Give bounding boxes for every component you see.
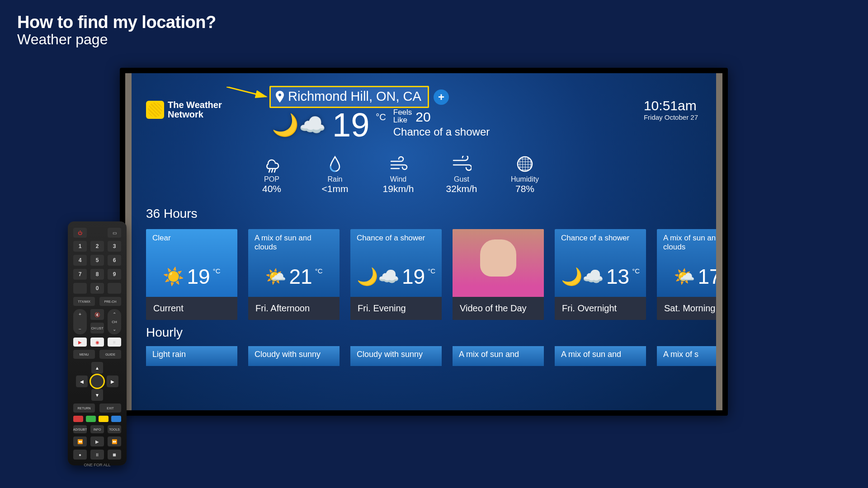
metric-humidity: Humidity78% — [502, 155, 547, 194]
page-subtitle: Weather page — [17, 31, 216, 48]
hourly-card[interactable]: A mix of sun and — [555, 346, 646, 366]
mute-button[interactable]: 🔇 — [90, 309, 104, 320]
hourly-card[interactable]: Cloudy with sunny — [350, 346, 442, 366]
card-label: Fri. Afternoon — [248, 297, 340, 320]
forecast-card[interactable]: Video of the Day — [453, 229, 544, 320]
plus-icon: + — [438, 91, 444, 103]
page-title: How to find my location? — [17, 13, 216, 32]
color-button-b[interactable] — [86, 416, 96, 422]
clock-date: Friday October 27 — [644, 113, 698, 121]
card-temp-unit: °C — [428, 267, 435, 275]
dpad-up[interactable]: ▲ — [91, 362, 103, 374]
pause-button[interactable]: ⏸ — [90, 450, 104, 460]
metric-gust: Gust32km/h — [439, 155, 484, 194]
num-3-button[interactable]: 3 — [108, 241, 121, 252]
num-2-button[interactable]: 2 — [90, 241, 104, 252]
card-temp: 19 — [402, 264, 425, 289]
num-7-button[interactable]: 7 — [73, 269, 87, 280]
dpad-left[interactable]: ◀ — [76, 375, 88, 387]
num-5-button[interactable]: 5 — [90, 255, 104, 266]
card-label: Sat. Morning — [657, 297, 716, 320]
location-button[interactable]: Richmond Hill, ON, CA — [269, 86, 429, 108]
card-description: Chance of a shower — [561, 234, 640, 253]
app3-button[interactable]: ≡ — [108, 338, 121, 347]
guide-button[interactable]: GUIDE — [99, 350, 121, 359]
tv-frame: The Weather Network 10:51am Friday Octob… — [120, 68, 728, 416]
rewind-button[interactable]: ⏪ — [73, 436, 87, 446]
dpad-right[interactable]: ▶ — [107, 375, 118, 387]
svg-line-1 — [269, 169, 270, 172]
play-button[interactable]: ▶ — [90, 436, 104, 446]
forecast-card[interactable]: A mix of sun and clouds🌤️21°CFri. Aftern… — [248, 229, 340, 320]
card-label: Current — [146, 297, 237, 320]
hourly-card[interactable]: A mix of s — [657, 346, 716, 366]
power-button[interactable]: ⏻ — [73, 228, 87, 238]
weather-icon: 🌤️ — [674, 267, 695, 286]
section-title-36h: 36 Hours — [146, 206, 716, 221]
return-button[interactable]: RETURN — [73, 404, 95, 413]
num-1-button[interactable]: 1 — [73, 241, 87, 252]
num-6-button[interactable]: 6 — [108, 255, 121, 266]
menu-button[interactable]: MENU — [73, 350, 95, 359]
stop-button[interactable]: ⏹ — [108, 450, 121, 460]
info-button[interactable]: INFO — [90, 425, 104, 433]
num-9-button[interactable]: 9 — [108, 269, 121, 280]
app2-button[interactable]: ◉ — [90, 338, 104, 347]
forecast-cards-row[interactable]: Clear☀️19°CCurrentA mix of sun and cloud… — [146, 229, 716, 320]
metric-wind: Wind19km/h — [376, 155, 421, 194]
brand-line1: The Weather — [168, 100, 222, 110]
dpad-ok[interactable] — [90, 374, 105, 389]
ttxmix-button[interactable]: TTX/MIX — [73, 297, 95, 306]
hourly-card[interactable]: A mix of sun and — [453, 346, 544, 366]
color-button-d[interactable] — [111, 416, 121, 422]
color-button-a[interactable] — [73, 416, 83, 422]
input-button[interactable]: ▭ — [108, 228, 121, 238]
forecast-card[interactable]: A mix of sun and clouds🌤️17°CSat. Mornin… — [657, 229, 716, 320]
map-pin-icon — [275, 91, 284, 103]
forecast-card[interactable]: Chance of a shower🌙☁️13°CFri. Overnight — [555, 229, 646, 320]
tv-bezel-right — [716, 73, 722, 410]
app1-button[interactable]: ▶ — [73, 338, 87, 347]
feels-like: Feels Like 20 — [393, 108, 490, 124]
gust-icon — [439, 155, 484, 174]
hourly-cards-row[interactable]: Light rainCloudy with sunnyCloudy with s… — [146, 346, 716, 366]
metric-pop: POP40% — [249, 155, 294, 194]
svg-line-0 — [226, 87, 266, 97]
prech-button[interactable]: PRE-CH — [99, 297, 121, 306]
metric-label: Humidity — [502, 175, 547, 183]
card-description: Chance of a shower — [357, 234, 435, 253]
current-temp: 19 — [332, 108, 369, 142]
chlist-button[interactable]: CH LIST — [90, 323, 104, 333]
card-temp-unit: °C — [213, 267, 221, 275]
weather-icon: 🌤️ — [265, 267, 286, 286]
record-button[interactable]: ● — [73, 450, 87, 460]
ffwd-button[interactable]: ⏩ — [108, 436, 121, 446]
color-button-c[interactable] — [99, 416, 108, 422]
exit-button[interactable]: EXIT — [99, 404, 121, 413]
metric-value: 78% — [502, 183, 547, 194]
num-4-button[interactable]: 4 — [73, 255, 87, 266]
channel-rocker[interactable]: ⌃CH⌄ — [108, 309, 121, 334]
card-temp-unit: °C — [315, 267, 323, 275]
volume-rocker[interactable]: +− — [73, 309, 87, 334]
hourly-card[interactable]: Cloudy with sunny — [248, 346, 340, 366]
tools-button[interactable]: TOOLS — [108, 425, 121, 433]
forecast-card[interactable]: Clear☀️19°CCurrent — [146, 229, 237, 320]
adsubt-button[interactable]: AD/SUBT — [73, 425, 87, 433]
section-36-hours: 36 Hours Clear☀️19°CCurrentA mix of sun … — [146, 206, 716, 320]
num-0-button[interactable]: 0 — [90, 283, 104, 294]
metric-value: 40% — [249, 183, 294, 194]
hourly-card[interactable]: Light rain — [146, 346, 237, 366]
feels-like-label: Feels Like — [393, 108, 412, 124]
video-thumbnail — [453, 229, 544, 297]
forecast-card[interactable]: Chance of a shower🌙☁️19°CFri. Evening — [350, 229, 442, 320]
dpad-down[interactable]: ▼ — [91, 389, 103, 401]
card-label: Fri. Overnight — [555, 297, 646, 320]
metric-value: <1mm — [312, 183, 358, 194]
add-location-button[interactable]: + — [434, 89, 449, 105]
humidity-icon — [502, 155, 547, 174]
card-temp-unit: °C — [632, 267, 640, 275]
num-8-button[interactable]: 8 — [90, 269, 104, 280]
app-brand: The Weather Network — [146, 100, 222, 119]
card-label: Video of the Day — [453, 297, 544, 320]
